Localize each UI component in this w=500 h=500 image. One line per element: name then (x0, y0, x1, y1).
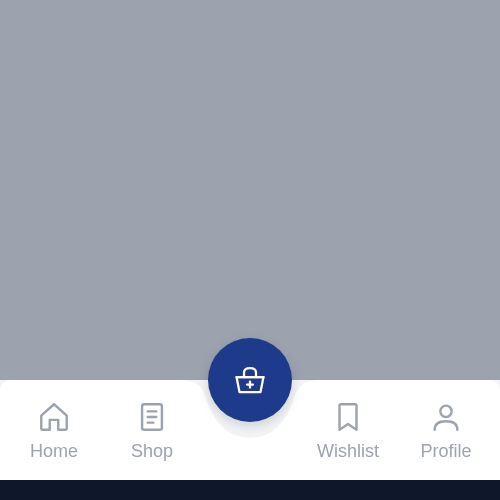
nav-label-home: Home (30, 441, 78, 462)
svg-point-7 (440, 405, 451, 416)
content-area (0, 0, 500, 380)
nav-label-profile: Profile (420, 441, 471, 462)
bottom-strip (0, 480, 500, 500)
nav-item-shop[interactable]: Shop (103, 399, 201, 462)
nav-item-profile[interactable]: Profile (397, 399, 495, 462)
cart-fab-button[interactable] (208, 338, 292, 422)
nav-item-home[interactable]: Home (5, 399, 103, 462)
home-icon (36, 399, 72, 435)
bottom-nav: Home Shop Wishlist (0, 380, 500, 480)
nav-item-wishlist[interactable]: Wishlist (299, 399, 397, 462)
nav-label-wishlist: Wishlist (317, 441, 379, 462)
basket-plus-icon (232, 362, 268, 398)
bookmark-icon (330, 399, 366, 435)
receipt-icon (134, 399, 170, 435)
nav-label-shop: Shop (131, 441, 173, 462)
user-icon (428, 399, 464, 435)
